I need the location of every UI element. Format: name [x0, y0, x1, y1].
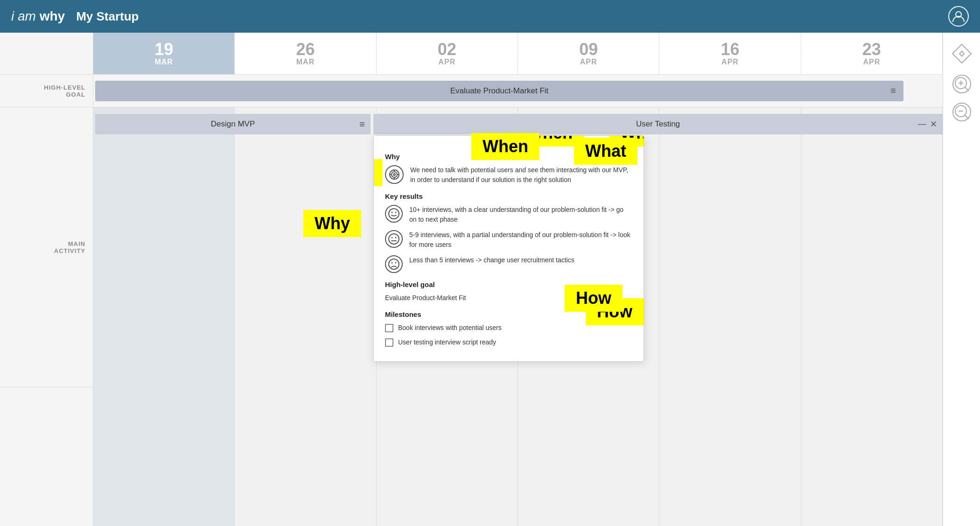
week-number: 16: [721, 41, 739, 58]
design-mvp-bar[interactable]: Design MVP ≡: [95, 114, 371, 134]
week-month: APR: [438, 58, 455, 66]
week-col-16-apr: 16 APR: [659, 33, 801, 74]
user-testing-icons[interactable]: — ✕: [918, 119, 937, 129]
row-labels: HIGH-LEVEL GOAL MAIN ACTIVITY: [0, 33, 93, 526]
svg-marker-18: [952, 44, 971, 63]
week-col-19-mar: 19 MAR: [93, 33, 235, 74]
week-number: 23: [862, 41, 881, 58]
activity-col-16: [659, 107, 801, 526]
nav-diamond[interactable]: [950, 42, 973, 65]
activity-col-09: [518, 107, 659, 526]
row-label-activity: MAIN ACTIVITY: [0, 107, 93, 387]
svg-line-26: [965, 115, 969, 119]
week-col-26-mar: 26 MAR: [235, 33, 376, 74]
week-number: 09: [579, 41, 598, 58]
week-month: APR: [580, 58, 597, 66]
zoom-out-button[interactable]: [952, 103, 971, 121]
activity-col-26: [235, 107, 376, 526]
avatar[interactable]: [948, 6, 969, 27]
week-number: 26: [296, 41, 315, 58]
week-month: APR: [721, 58, 739, 66]
header: i am why My Startup: [0, 0, 980, 33]
annotation-when-overlay: When: [471, 133, 539, 160]
week-month: MAR: [296, 58, 315, 66]
close-icon[interactable]: ✕: [930, 119, 937, 129]
label-header-spacer: [0, 33, 93, 75]
week-number: 19: [154, 41, 173, 58]
calendar-area: 19 MAR 26 MAR 02 APR 09 APR 16 APR 23 AP…: [93, 33, 943, 526]
week-col-23-apr: 23 APR: [801, 33, 943, 74]
week-month: MAR: [154, 58, 173, 66]
week-col-09-apr: 09 APR: [518, 33, 659, 74]
svg-line-23: [965, 87, 969, 91]
app-logo: i am why: [11, 9, 65, 24]
activity-col-23: [801, 107, 943, 526]
svg-marker-19: [952, 44, 971, 63]
activity-col-02: [377, 107, 518, 526]
row-label-goal: HIGH-LEVEL GOAL: [0, 75, 93, 107]
week-headers: 19 MAR 26 MAR 02 APR 09 APR 16 APR 23 AP…: [93, 33, 943, 75]
header-left: i am why My Startup: [11, 9, 139, 24]
activity-col-19: [93, 107, 235, 526]
goal-bar[interactable]: Evaluate Product-Market Fit ≡: [95, 81, 903, 101]
right-controls: [943, 33, 980, 526]
design-mvp-menu-icon[interactable]: ≡: [359, 119, 365, 130]
annotation-what-overlay: What: [574, 138, 637, 165]
week-col-02-apr: 02 APR: [377, 33, 518, 74]
week-month: APR: [863, 58, 880, 66]
activity-row: Design MVP ≡ User Testing — ✕ When: [93, 107, 943, 526]
main-container: HIGH-LEVEL GOAL MAIN ACTIVITY 19 MAR 26 …: [0, 33, 980, 526]
minimize-icon[interactable]: —: [918, 119, 926, 129]
week-number: 02: [438, 41, 456, 58]
goal-bar-menu-icon[interactable]: ≡: [890, 85, 896, 96]
annotation-how-overlay: How: [565, 285, 623, 312]
workspace-title: My Startup: [76, 9, 139, 24]
goal-row: Evaluate Product-Market Fit ≡: [93, 75, 943, 107]
annotation-why-overlay: Why: [303, 210, 361, 237]
user-testing-bar[interactable]: User Testing — ✕: [373, 114, 943, 134]
zoom-in-button[interactable]: [952, 75, 971, 93]
